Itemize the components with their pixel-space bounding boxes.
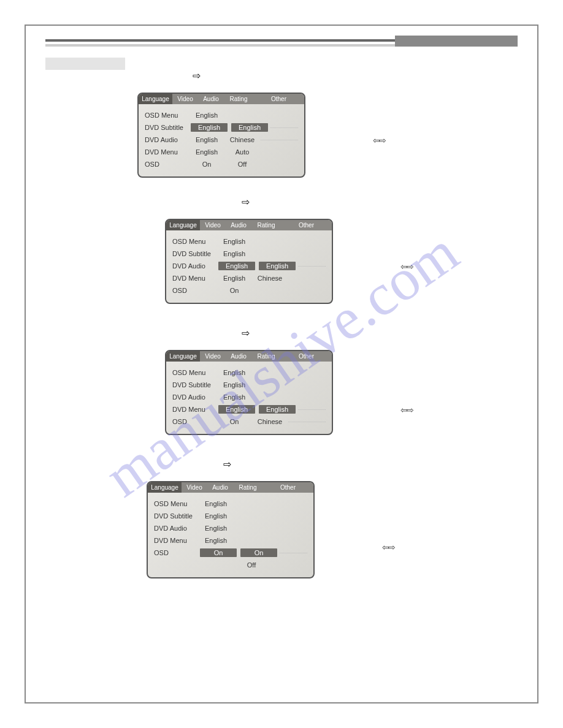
row-audio[interactable]: DVD AudioEnglishEnglish bbox=[172, 260, 326, 272]
val-audio: English bbox=[218, 262, 255, 270]
label-audio: DVD Audio bbox=[145, 136, 191, 143]
updown-arrow-icon: ⇦⇨ bbox=[400, 262, 413, 271]
label-osdmenu: OSD Menu bbox=[154, 500, 200, 507]
label-osdmenu: OSD Menu bbox=[172, 369, 218, 376]
tabs: Language Video Audio Rating Other bbox=[166, 220, 332, 230]
tab-language[interactable]: Language bbox=[166, 351, 200, 362]
page-frame: manualshive.com ⇨ Language Video Audio R… bbox=[25, 25, 538, 703]
val-osdmenu: English bbox=[218, 238, 250, 245]
tab-other[interactable]: Other bbox=[281, 351, 332, 362]
tab-other[interactable]: Other bbox=[253, 94, 304, 104]
row-osd: OSDOn bbox=[172, 284, 326, 297]
opt-auto[interactable]: Auto bbox=[226, 148, 258, 156]
row-menu: DVD MenuEnglishAuto bbox=[145, 146, 298, 158]
opt-on[interactable]: On bbox=[240, 548, 277, 557]
tab-rating[interactable]: Rating bbox=[233, 482, 262, 493]
dots-icon bbox=[298, 265, 326, 267]
header-bar-left bbox=[45, 44, 395, 47]
tabs: Language Video Audio Rating Other bbox=[148, 482, 313, 493]
opt-chinese[interactable]: Chinese bbox=[226, 136, 258, 143]
panel-block-4: Language Video Audio Rating Other OSD Me… bbox=[45, 481, 518, 578]
row-menu: DVD MenuEnglishChinese bbox=[172, 272, 326, 284]
dots-icon bbox=[288, 421, 326, 422]
tab-rating[interactable]: Rating bbox=[251, 220, 281, 230]
osd-body: OSD MenuEnglish DVD SubtitleEnglish DVD … bbox=[166, 230, 332, 303]
tab-audio[interactable]: Audio bbox=[226, 351, 251, 362]
label-audio: DVD Audio bbox=[172, 393, 218, 401]
label-audio: DVD Audio bbox=[172, 262, 218, 270]
osd-panel: Language Video Audio Rating Other OSD Me… bbox=[137, 93, 305, 178]
osd-panel: Language Video Audio Rating Other OSD Me… bbox=[165, 350, 333, 435]
osd-body: OSD MenuEnglish DVD SubtitleEnglish DVD … bbox=[166, 362, 332, 434]
tab-audio[interactable]: Audio bbox=[226, 220, 251, 230]
right-arrow-icon: ⇨ bbox=[242, 327, 518, 339]
val-audio: English bbox=[200, 525, 232, 532]
val-menu: English bbox=[191, 148, 223, 156]
val-osd: On bbox=[218, 418, 250, 425]
val-osdmenu: English bbox=[218, 369, 250, 376]
panel-block-2: Language Video Audio Rating Other OSD Me… bbox=[45, 219, 518, 304]
val-menu: English bbox=[218, 405, 255, 414]
row-menu[interactable]: DVD MenuEnglishEnglish bbox=[172, 403, 326, 415]
row-menu: DVD MenuEnglish bbox=[154, 534, 307, 547]
right-arrow-icon: ⇨ bbox=[193, 70, 518, 82]
label-subtitle: DVD Subtitle bbox=[172, 381, 218, 389]
val-osdmenu: English bbox=[200, 500, 232, 507]
updown-arrow-icon: ⇦⇨ bbox=[373, 135, 385, 145]
right-arrow-icon: ⇨ bbox=[242, 196, 518, 208]
tab-video[interactable]: Video bbox=[172, 94, 198, 104]
tab-video[interactable]: Video bbox=[200, 351, 226, 362]
opt-english[interactable]: English bbox=[259, 262, 296, 270]
val-subtitle: English bbox=[200, 512, 232, 520]
row-audio: DVD AudioEnglish bbox=[154, 522, 307, 534]
label-menu: DVD Menu bbox=[145, 148, 191, 156]
val-subtitle: English bbox=[218, 381, 250, 389]
panel-block-1: Language Video Audio Rating Other OSD Me… bbox=[45, 93, 518, 178]
row-audio: DVD AudioEnglishChinese bbox=[145, 134, 298, 146]
label-osdmenu: OSD Menu bbox=[172, 238, 218, 245]
tab-audio[interactable]: Audio bbox=[198, 94, 224, 104]
row-off: Off bbox=[154, 559, 307, 571]
label-osd: OSD bbox=[172, 418, 218, 425]
tabs: Language Video Audio Rating Other bbox=[166, 351, 332, 362]
right-arrow-icon: ⇨ bbox=[223, 458, 518, 470]
tab-video[interactable]: Video bbox=[200, 220, 226, 230]
tab-language[interactable]: Language bbox=[166, 220, 200, 230]
val-audio: English bbox=[191, 136, 223, 143]
tabs: Language Video Audio Rating Other bbox=[139, 94, 304, 104]
val-menu: English bbox=[200, 537, 232, 544]
header-bar bbox=[45, 44, 518, 47]
opt-english[interactable]: English bbox=[231, 123, 268, 132]
side-arrows: ⇦⇨ bbox=[382, 542, 394, 552]
opt-english[interactable]: English bbox=[259, 405, 296, 414]
row-subtitle[interactable]: DVD SubtitleEnglishEnglish bbox=[145, 121, 298, 134]
row-osdmenu: OSD MenuEnglish bbox=[172, 235, 326, 248]
row-subtitle: DVD SubtitleEnglish bbox=[172, 248, 326, 260]
label-subtitle: DVD Subtitle bbox=[172, 250, 218, 257]
osd-body: OSD MenuEnglish DVD SubtitleEnglishEngli… bbox=[139, 104, 304, 176]
label-osd: OSD bbox=[172, 287, 218, 294]
row-osdmenu: OSD MenuEnglish bbox=[145, 109, 298, 121]
row-osd[interactable]: OSDOnOn bbox=[154, 547, 307, 559]
opt-chinese[interactable]: Chinese bbox=[254, 275, 286, 282]
label-menu: DVD Menu bbox=[172, 275, 218, 282]
tab-audio[interactable]: Audio bbox=[207, 482, 233, 493]
tab-language[interactable]: Language bbox=[148, 482, 182, 493]
tab-other[interactable]: Other bbox=[281, 220, 332, 230]
header-bar-right bbox=[395, 36, 518, 47]
opt-off[interactable]: Off bbox=[226, 161, 258, 168]
tab-rating[interactable]: Rating bbox=[251, 351, 281, 362]
row-osd: OSDOnOff bbox=[145, 158, 298, 170]
row-subtitle: DVD SubtitleEnglish bbox=[172, 379, 326, 391]
row-subtitle: DVD SubtitleEnglish bbox=[154, 510, 307, 522]
dots-icon bbox=[270, 127, 298, 128]
val-audio: English bbox=[218, 393, 250, 401]
panel-block-3: Language Video Audio Rating Other OSD Me… bbox=[45, 350, 518, 435]
updown-arrow-icon: ⇦⇨ bbox=[382, 542, 394, 552]
tab-rating[interactable]: Rating bbox=[224, 94, 253, 104]
tab-video[interactable]: Video bbox=[182, 482, 207, 493]
tab-language[interactable]: Language bbox=[139, 94, 172, 104]
opt-off[interactable]: Off bbox=[236, 561, 267, 569]
opt-chinese[interactable]: Chinese bbox=[254, 418, 286, 425]
tab-other[interactable]: Other bbox=[262, 482, 313, 493]
